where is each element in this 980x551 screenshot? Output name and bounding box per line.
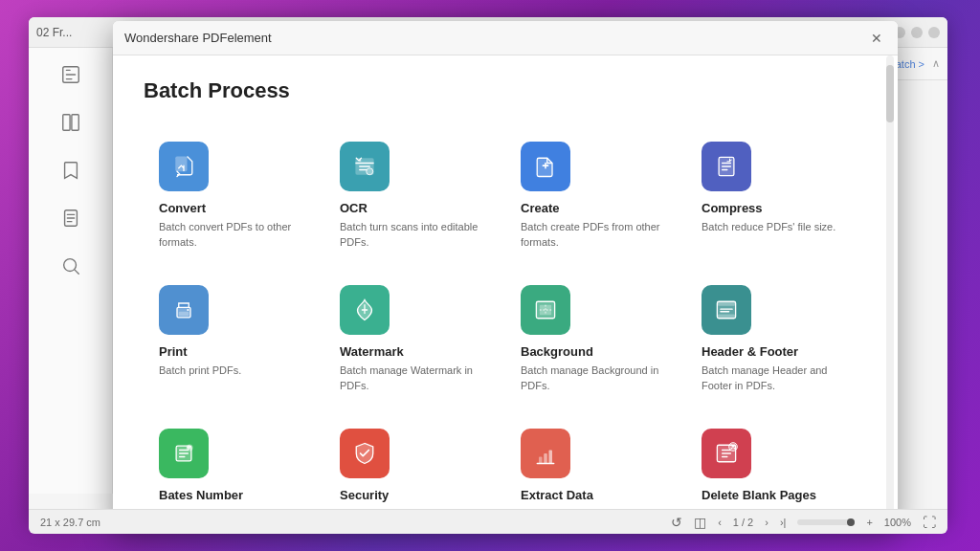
batch-process-grid: ConvertBatch convert PDFs to other forma…: [144, 126, 867, 528]
status-bookmark-icon: ◫: [694, 515, 706, 530]
extract-name: Extract Data: [521, 488, 671, 502]
grid-item-print[interactable]: PrintBatch print PDFs.: [144, 270, 324, 413]
bg-app-title: 02 Fr...: [36, 26, 72, 39]
bg-close-btn[interactable]: [928, 27, 940, 38]
bg-nav-up[interactable]: ∧: [932, 57, 940, 70]
status-page-next[interactable]: ›: [765, 517, 768, 528]
compress-name: Compress: [702, 201, 852, 215]
dialog-close-button[interactable]: ✕: [867, 29, 886, 48]
zoom-level: 100%: [884, 517, 911, 528]
security-name: Security: [340, 488, 490, 502]
svg-point-4: [63, 259, 76, 272]
zoom-slider[interactable]: [797, 519, 855, 525]
dialog-window: Wondershare PDFelement ✕ Batch Process C…: [113, 21, 898, 528]
grid-item-header-footer[interactable]: Header & FooterBatch manage Header and F…: [686, 270, 867, 413]
status-page-icon: ↺: [671, 515, 682, 530]
svg-point-7: [367, 168, 373, 175]
create-desc: Batch create PDFs from other formats.: [521, 220, 671, 251]
svg-rect-1: [62, 115, 69, 131]
print-desc: Batch print PDFs.: [159, 364, 309, 379]
dialog-content: Batch Process ConvertBatch convert PDFs …: [113, 55, 898, 528]
status-dimensions: 21 x 29.7 cm: [40, 517, 100, 528]
page-title: Batch Process: [144, 78, 867, 103]
convert-desc: Batch convert PDFs to other formats.: [159, 220, 309, 251]
status-page-prev[interactable]: ‹: [718, 517, 722, 528]
svg-rect-2: [71, 115, 78, 131]
grid-item-create[interactable]: CreateBatch create PDFs from other forma…: [505, 126, 686, 270]
delete-icon: [702, 429, 751, 478]
header-footer-icon: [702, 285, 751, 335]
ocr-name: OCR: [340, 201, 490, 215]
sidebar-item-pages[interactable]: [56, 203, 86, 233]
print-icon: [159, 285, 209, 335]
zoom-in[interactable]: +: [866, 517, 872, 528]
watermark-icon: [340, 285, 390, 335]
convert-name: Convert: [159, 201, 309, 215]
create-name: Create: [521, 201, 671, 215]
watermark-name: Watermark: [340, 344, 490, 359]
dialog-titlebar: Wondershare PDFelement ✕: [113, 21, 898, 55]
status-page-last[interactable]: ›|: [780, 517, 787, 528]
print-name: Print: [159, 344, 309, 359]
grid-item-watermark[interactable]: WatermarkBatch manage Watermark in PDFs.: [324, 270, 505, 413]
ocr-desc: Batch turn scans into editable PDFs.: [340, 220, 490, 251]
watermark-desc: Batch manage Watermark in PDFs.: [340, 364, 490, 394]
sidebar-item-columns[interactable]: [56, 107, 86, 138]
svg-rect-16: [717, 314, 735, 318]
header-footer-name: Header & Footer: [702, 344, 852, 359]
scrollbar-track[interactable]: [886, 55, 894, 524]
svg-rect-20: [544, 453, 547, 464]
convert-icon: [159, 142, 209, 191]
sidebar-item-ocr[interactable]: [56, 59, 86, 90]
svg-rect-21: [549, 450, 553, 463]
svg-rect-10: [179, 312, 189, 316]
bates-icon: [159, 429, 209, 478]
scrollbar-thumb[interactable]: [886, 65, 894, 122]
bg-maximize-btn[interactable]: [911, 27, 923, 38]
svg-rect-15: [717, 301, 735, 305]
sidebar-item-search[interactable]: [56, 251, 86, 281]
fullscreen-btn[interactable]: ⛶: [923, 515, 936, 530]
statusbar: 21 x 29.7 cm ↺ ◫ ‹ 1 / 2 › ›| + 100% ⛶: [29, 509, 947, 534]
left-sidebar: ▶: [29, 48, 113, 494]
grid-item-convert[interactable]: ConvertBatch convert PDFs to other forma…: [144, 126, 324, 270]
compress-desc: Batch reduce PDFs' file size.: [702, 220, 852, 235]
background-icon: [521, 285, 570, 335]
sidebar-item-bookmark[interactable]: [56, 155, 86, 186]
svg-point-11: [187, 309, 189, 311]
dialog-title: Wondershare PDFelement: [124, 31, 272, 45]
security-icon: [340, 429, 390, 478]
extract-icon: [521, 429, 570, 478]
background-name: Background: [521, 344, 671, 359]
delete-name: Delete Blank Pages: [702, 488, 852, 502]
bg-window-controls: [894, 27, 940, 38]
status-page-info: 1 / 2: [733, 517, 753, 528]
create-icon: [521, 142, 570, 191]
svg-rect-19: [539, 456, 543, 463]
ocr-icon: [340, 142, 390, 191]
grid-item-ocr[interactable]: OCRBatch turn scans into editable PDFs.: [324, 126, 505, 270]
bates-name: Bates Number: [159, 488, 309, 502]
grid-item-background[interactable]: BackgroundBatch manage Background in PDF…: [505, 270, 686, 413]
svg-rect-5: [175, 157, 187, 172]
background-desc: Batch manage Background in PDFs.: [521, 364, 671, 394]
compress-icon: [702, 142, 751, 191]
grid-item-compress[interactable]: CompressBatch reduce PDFs' file size.: [686, 126, 867, 270]
header-footer-desc: Batch manage Header and Footer in PDFs.: [702, 364, 852, 394]
